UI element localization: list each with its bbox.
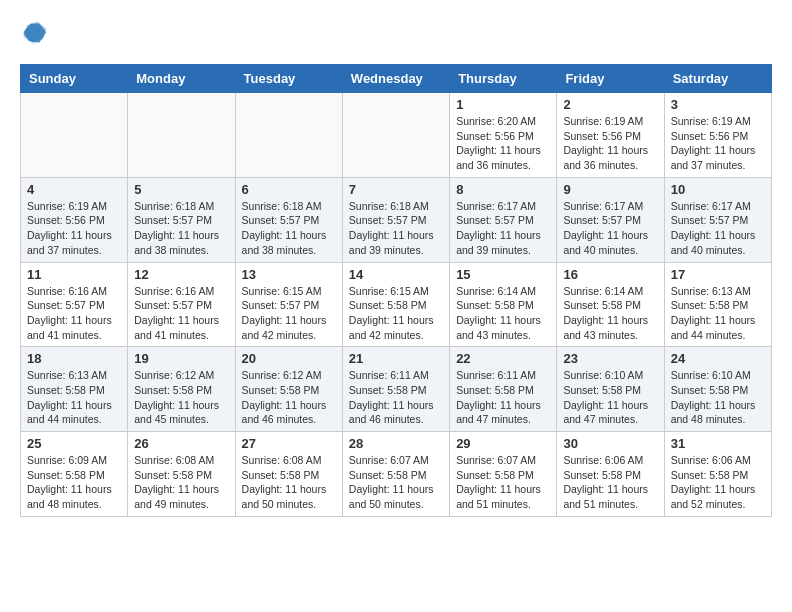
calendar-day-cell: 24Sunrise: 6:10 AM Sunset: 5:58 PM Dayli… — [664, 347, 771, 432]
calendar-week-row: 11Sunrise: 6:16 AM Sunset: 5:57 PM Dayli… — [21, 262, 772, 347]
day-number: 2 — [563, 97, 657, 112]
calendar-week-row: 25Sunrise: 6:09 AM Sunset: 5:58 PM Dayli… — [21, 432, 772, 517]
day-number: 5 — [134, 182, 228, 197]
weekday-header-friday: Friday — [557, 65, 664, 93]
day-number: 17 — [671, 267, 765, 282]
weekday-header-thursday: Thursday — [450, 65, 557, 93]
day-number: 1 — [456, 97, 550, 112]
weekday-header-monday: Monday — [128, 65, 235, 93]
day-info: Sunrise: 6:17 AM Sunset: 5:57 PM Dayligh… — [456, 199, 550, 258]
day-info: Sunrise: 6:06 AM Sunset: 5:58 PM Dayligh… — [671, 453, 765, 512]
day-info: Sunrise: 6:11 AM Sunset: 5:58 PM Dayligh… — [349, 368, 443, 427]
day-info: Sunrise: 6:09 AM Sunset: 5:58 PM Dayligh… — [27, 453, 121, 512]
calendar-day-cell — [342, 93, 449, 178]
day-info: Sunrise: 6:10 AM Sunset: 5:58 PM Dayligh… — [563, 368, 657, 427]
calendar-day-cell: 22Sunrise: 6:11 AM Sunset: 5:58 PM Dayli… — [450, 347, 557, 432]
calendar-table: SundayMondayTuesdayWednesdayThursdayFrid… — [20, 64, 772, 517]
calendar-day-cell: 28Sunrise: 6:07 AM Sunset: 5:58 PM Dayli… — [342, 432, 449, 517]
day-info: Sunrise: 6:17 AM Sunset: 5:57 PM Dayligh… — [563, 199, 657, 258]
calendar-day-cell: 7Sunrise: 6:18 AM Sunset: 5:57 PM Daylig… — [342, 177, 449, 262]
day-number: 30 — [563, 436, 657, 451]
calendar-week-row: 1Sunrise: 6:20 AM Sunset: 5:56 PM Daylig… — [21, 93, 772, 178]
day-info: Sunrise: 6:16 AM Sunset: 5:57 PM Dayligh… — [134, 284, 228, 343]
day-info: Sunrise: 6:14 AM Sunset: 5:58 PM Dayligh… — [563, 284, 657, 343]
calendar-body: 1Sunrise: 6:20 AM Sunset: 5:56 PM Daylig… — [21, 93, 772, 517]
calendar-day-cell: 16Sunrise: 6:14 AM Sunset: 5:58 PM Dayli… — [557, 262, 664, 347]
day-info: Sunrise: 6:06 AM Sunset: 5:58 PM Dayligh… — [563, 453, 657, 512]
calendar-day-cell: 17Sunrise: 6:13 AM Sunset: 5:58 PM Dayli… — [664, 262, 771, 347]
calendar-day-cell: 10Sunrise: 6:17 AM Sunset: 5:57 PM Dayli… — [664, 177, 771, 262]
calendar-day-cell: 18Sunrise: 6:13 AM Sunset: 5:58 PM Dayli… — [21, 347, 128, 432]
calendar-day-cell: 15Sunrise: 6:14 AM Sunset: 5:58 PM Dayli… — [450, 262, 557, 347]
day-number: 4 — [27, 182, 121, 197]
calendar-week-row: 4Sunrise: 6:19 AM Sunset: 5:56 PM Daylig… — [21, 177, 772, 262]
calendar-day-cell: 4Sunrise: 6:19 AM Sunset: 5:56 PM Daylig… — [21, 177, 128, 262]
day-info: Sunrise: 6:10 AM Sunset: 5:58 PM Dayligh… — [671, 368, 765, 427]
day-number: 18 — [27, 351, 121, 366]
weekday-header-sunday: Sunday — [21, 65, 128, 93]
day-info: Sunrise: 6:17 AM Sunset: 5:57 PM Dayligh… — [671, 199, 765, 258]
calendar-week-row: 18Sunrise: 6:13 AM Sunset: 5:58 PM Dayli… — [21, 347, 772, 432]
day-number: 11 — [27, 267, 121, 282]
calendar-day-cell: 29Sunrise: 6:07 AM Sunset: 5:58 PM Dayli… — [450, 432, 557, 517]
day-number: 10 — [671, 182, 765, 197]
day-number: 20 — [242, 351, 336, 366]
calendar-day-cell: 23Sunrise: 6:10 AM Sunset: 5:58 PM Dayli… — [557, 347, 664, 432]
day-number: 28 — [349, 436, 443, 451]
day-info: Sunrise: 6:07 AM Sunset: 5:58 PM Dayligh… — [456, 453, 550, 512]
day-number: 24 — [671, 351, 765, 366]
day-info: Sunrise: 6:07 AM Sunset: 5:58 PM Dayligh… — [349, 453, 443, 512]
day-number: 13 — [242, 267, 336, 282]
calendar-day-cell: 19Sunrise: 6:12 AM Sunset: 5:58 PM Dayli… — [128, 347, 235, 432]
day-info: Sunrise: 6:15 AM Sunset: 5:58 PM Dayligh… — [349, 284, 443, 343]
day-info: Sunrise: 6:19 AM Sunset: 5:56 PM Dayligh… — [671, 114, 765, 173]
day-number: 16 — [563, 267, 657, 282]
day-number: 12 — [134, 267, 228, 282]
day-number: 9 — [563, 182, 657, 197]
calendar-day-cell: 1Sunrise: 6:20 AM Sunset: 5:56 PM Daylig… — [450, 93, 557, 178]
day-number: 29 — [456, 436, 550, 451]
day-info: Sunrise: 6:13 AM Sunset: 5:58 PM Dayligh… — [27, 368, 121, 427]
calendar-day-cell: 12Sunrise: 6:16 AM Sunset: 5:57 PM Dayli… — [128, 262, 235, 347]
calendar-day-cell: 31Sunrise: 6:06 AM Sunset: 5:58 PM Dayli… — [664, 432, 771, 517]
calendar-day-cell: 6Sunrise: 6:18 AM Sunset: 5:57 PM Daylig… — [235, 177, 342, 262]
day-info: Sunrise: 6:08 AM Sunset: 5:58 PM Dayligh… — [242, 453, 336, 512]
calendar-day-cell: 26Sunrise: 6:08 AM Sunset: 5:58 PM Dayli… — [128, 432, 235, 517]
day-info: Sunrise: 6:18 AM Sunset: 5:57 PM Dayligh… — [349, 199, 443, 258]
calendar-day-cell: 27Sunrise: 6:08 AM Sunset: 5:58 PM Dayli… — [235, 432, 342, 517]
weekday-header-wednesday: Wednesday — [342, 65, 449, 93]
calendar-day-cell: 30Sunrise: 6:06 AM Sunset: 5:58 PM Dayli… — [557, 432, 664, 517]
calendar-day-cell: 25Sunrise: 6:09 AM Sunset: 5:58 PM Dayli… — [21, 432, 128, 517]
calendar-day-cell: 14Sunrise: 6:15 AM Sunset: 5:58 PM Dayli… — [342, 262, 449, 347]
calendar-day-cell: 2Sunrise: 6:19 AM Sunset: 5:56 PM Daylig… — [557, 93, 664, 178]
day-info: Sunrise: 6:18 AM Sunset: 5:57 PM Dayligh… — [242, 199, 336, 258]
day-info: Sunrise: 6:19 AM Sunset: 5:56 PM Dayligh… — [563, 114, 657, 173]
day-number: 26 — [134, 436, 228, 451]
logo — [20, 20, 52, 48]
day-number: 19 — [134, 351, 228, 366]
calendar-day-cell: 11Sunrise: 6:16 AM Sunset: 5:57 PM Dayli… — [21, 262, 128, 347]
calendar-day-cell — [21, 93, 128, 178]
logo-icon — [20, 20, 48, 48]
day-number: 15 — [456, 267, 550, 282]
day-info: Sunrise: 6:13 AM Sunset: 5:58 PM Dayligh… — [671, 284, 765, 343]
day-number: 21 — [349, 351, 443, 366]
calendar-day-cell: 8Sunrise: 6:17 AM Sunset: 5:57 PM Daylig… — [450, 177, 557, 262]
day-info: Sunrise: 6:16 AM Sunset: 5:57 PM Dayligh… — [27, 284, 121, 343]
day-number: 8 — [456, 182, 550, 197]
day-info: Sunrise: 6:18 AM Sunset: 5:57 PM Dayligh… — [134, 199, 228, 258]
day-info: Sunrise: 6:19 AM Sunset: 5:56 PM Dayligh… — [27, 199, 121, 258]
calendar-header-row: SundayMondayTuesdayWednesdayThursdayFrid… — [21, 65, 772, 93]
day-info: Sunrise: 6:12 AM Sunset: 5:58 PM Dayligh… — [242, 368, 336, 427]
calendar-day-cell: 5Sunrise: 6:18 AM Sunset: 5:57 PM Daylig… — [128, 177, 235, 262]
day-info: Sunrise: 6:11 AM Sunset: 5:58 PM Dayligh… — [456, 368, 550, 427]
weekday-header-tuesday: Tuesday — [235, 65, 342, 93]
calendar-day-cell: 9Sunrise: 6:17 AM Sunset: 5:57 PM Daylig… — [557, 177, 664, 262]
page-header — [20, 20, 772, 48]
day-info: Sunrise: 6:14 AM Sunset: 5:58 PM Dayligh… — [456, 284, 550, 343]
day-info: Sunrise: 6:12 AM Sunset: 5:58 PM Dayligh… — [134, 368, 228, 427]
day-number: 27 — [242, 436, 336, 451]
day-number: 22 — [456, 351, 550, 366]
day-number: 23 — [563, 351, 657, 366]
calendar-day-cell: 21Sunrise: 6:11 AM Sunset: 5:58 PM Dayli… — [342, 347, 449, 432]
